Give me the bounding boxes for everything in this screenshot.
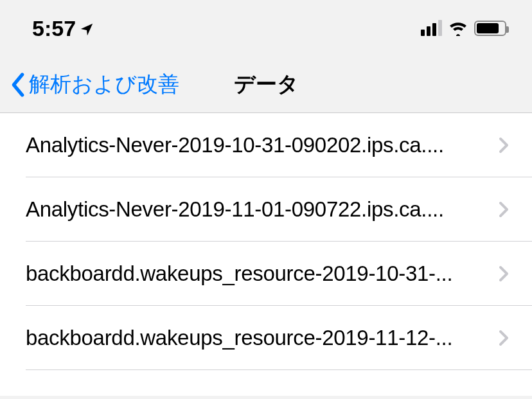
list-item-label: backboardd.wakeups_resource-2019-11-12-.… — [26, 326, 488, 350]
location-icon — [80, 22, 94, 37]
back-button[interactable]: 解析および改善 — [9, 70, 179, 99]
chevron-right-icon — [499, 265, 509, 282]
chevron-right-icon — [499, 330, 509, 346]
page-title: データ — [234, 70, 299, 99]
list-item[interactable]: backboardd.wakeups_resource-2019-11-12-.… — [0, 306, 532, 370]
list-item[interactable]: backboardd.wakeups_resource-2019-10-31-.… — [0, 242, 532, 306]
list-item-label: backboardd.wakeups_resource-2019-10-31-.… — [26, 262, 488, 286]
chevron-right-icon — [499, 201, 509, 218]
status-time: 5:57 — [32, 16, 76, 41]
analytics-file-list: Analytics-Never-2019-10-31-090202.ips.ca… — [0, 113, 532, 370]
status-indicators — [421, 21, 506, 36]
battery-icon — [474, 21, 506, 36]
cellular-signal-icon — [421, 21, 442, 36]
list-item[interactable]: Analytics-Never-2019-10-31-090202.ips.ca… — [0, 113, 532, 177]
navigation-bar: 解析および改善 データ — [0, 57, 532, 113]
status-time-area: 5:57 — [32, 16, 94, 41]
status-bar: 5:57 — [0, 0, 532, 57]
chevron-left-icon — [9, 72, 27, 98]
chevron-right-icon — [499, 137, 509, 154]
list-item-label: Analytics-Never-2019-11-01-090722.ips.ca… — [26, 197, 488, 222]
list-item[interactable]: Analytics-Never-2019-11-01-090722.ips.ca… — [0, 177, 532, 242]
back-label: 解析および改善 — [29, 70, 179, 99]
list-item-label: Analytics-Never-2019-10-31-090202.ips.ca… — [26, 133, 488, 157]
wifi-icon — [448, 21, 468, 36]
partial-next-row — [0, 370, 532, 396]
